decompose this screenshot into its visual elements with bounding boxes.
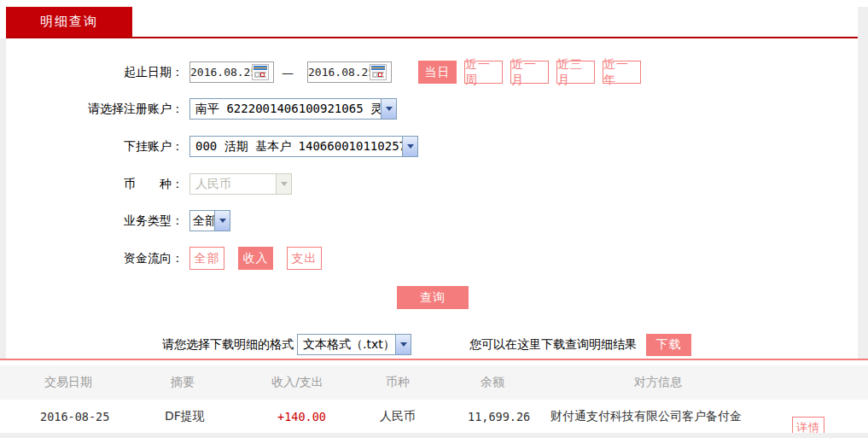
chevron-down-icon[interactable] xyxy=(214,211,230,231)
cell-balance: 11,699.26 xyxy=(468,410,530,423)
header-summary: 摘要 xyxy=(171,375,195,390)
header-currency: 币种 xyxy=(386,375,410,390)
currency-row: 币 种： 人民币 xyxy=(0,172,858,196)
calendar-icon[interactable] xyxy=(370,64,387,80)
chevron-down-icon xyxy=(276,174,291,194)
business-type-value: 全部 xyxy=(190,211,214,231)
flow-income-button[interactable]: 收入 xyxy=(238,247,273,270)
sub-account-row: 下挂账户： 000 活期 基本户 1406600101102571848 xyxy=(0,135,858,158)
cell-counterparty: 财付通支付科技有限公司客户备付金 xyxy=(551,409,742,424)
register-account-label: 请选择注册账户： xyxy=(0,102,184,117)
date-to-input[interactable] xyxy=(308,66,370,79)
cell-currency: 人民币 xyxy=(380,409,416,424)
chevron-down-icon[interactable] xyxy=(395,335,411,354)
date-from-box xyxy=(189,61,274,83)
table-header: 交易日期 摘要 收入/支出 币种 余额 对方信息 xyxy=(0,365,868,400)
sub-account-select[interactable]: 000 活期 基本户 1406600101102571848 xyxy=(189,136,418,157)
business-type-select[interactable]: 全部 xyxy=(189,210,230,231)
right-gutter xyxy=(858,7,868,359)
sub-account-label: 下挂账户： xyxy=(0,139,184,155)
download-format-select[interactable]: 文本格式（.txt） xyxy=(297,334,411,355)
download-format-label: 请您选择下载明细的格式 xyxy=(162,337,294,353)
date-range-label: 起止日期： xyxy=(0,65,184,80)
cell-amount: +140.00 xyxy=(277,410,326,423)
register-account-select[interactable]: 南平 6222001406100921065 灵通卡 xyxy=(189,98,397,120)
chevron-down-icon[interactable] xyxy=(402,137,417,156)
query-button[interactable]: 查询 xyxy=(397,286,469,309)
currency-value: 人民币 xyxy=(190,174,276,194)
currency-select: 人民币 xyxy=(189,173,292,195)
cell-date: 2016-08-25 xyxy=(40,410,109,423)
date-separator: — xyxy=(282,66,294,79)
header-balance: 余额 xyxy=(481,375,504,390)
date-to-box xyxy=(307,61,392,83)
tab-detail-query[interactable]: 明细查询 xyxy=(6,7,132,37)
detail-query-page: 明细查询 起止日期： — 当日 近一周 近一月 近三月 近一年 请选择注册账户：… xyxy=(0,0,868,438)
register-account-value: 南平 6222001406100921065 灵通卡 xyxy=(190,99,381,119)
range-month-button[interactable]: 近一月 xyxy=(510,61,549,84)
download-format-value: 文本格式（.txt） xyxy=(298,335,395,354)
header-amount: 收入/支出 xyxy=(271,375,323,390)
chevron-down-icon[interactable] xyxy=(381,99,396,119)
tab-underline xyxy=(6,37,858,38)
fund-flow-label: 资金流向： xyxy=(0,251,184,266)
flow-all-button[interactable]: 全部 xyxy=(189,247,224,270)
business-type-label: 业务类型： xyxy=(0,213,184,229)
download-hint: 您可以在这里下载查询明细结果 xyxy=(469,337,637,353)
download-button[interactable]: 下载 xyxy=(646,334,691,356)
bottom-gutter xyxy=(0,433,868,438)
left-gutter xyxy=(0,38,6,359)
calendar-today-mark xyxy=(378,73,382,77)
table-row: 2016-08-25 DF提现 +140.00 人民币 11,699.26 财付… xyxy=(0,400,868,433)
range-quarter-button[interactable]: 近三月 xyxy=(556,61,595,84)
range-today-button[interactable]: 当日 xyxy=(418,61,457,84)
header-date: 交易日期 xyxy=(44,375,92,390)
date-range-row: 起止日期： — 当日 近一周 近一月 近三月 近一年 xyxy=(0,61,858,84)
register-account-row: 请选择注册账户： 南平 6222001406100921065 灵通卡 xyxy=(0,97,858,120)
table-top-divider xyxy=(0,359,868,360)
currency-label: 币 种： xyxy=(0,177,184,192)
range-week-button[interactable]: 近一周 xyxy=(464,61,503,84)
business-type-row: 业务类型： 全部 xyxy=(0,209,858,232)
range-year-button[interactable]: 近一年 xyxy=(603,61,641,84)
fund-flow-row: 资金流向： 全部 收入 支出 xyxy=(0,247,858,270)
download-row: 请您选择下载明细的格式 文本格式（.txt） 您可以在这里下载查询明细结果 下载 xyxy=(0,333,858,356)
date-from-input[interactable] xyxy=(190,66,252,79)
cell-summary: DF提现 xyxy=(165,409,205,424)
calendar-today-mark xyxy=(260,73,265,77)
calendar-icon[interactable] xyxy=(252,64,269,80)
flow-expense-button[interactable]: 支出 xyxy=(287,247,322,270)
header-counterparty: 对方信息 xyxy=(634,375,682,390)
sub-account-value: 000 活期 基本户 1406600101102571848 xyxy=(190,137,402,156)
